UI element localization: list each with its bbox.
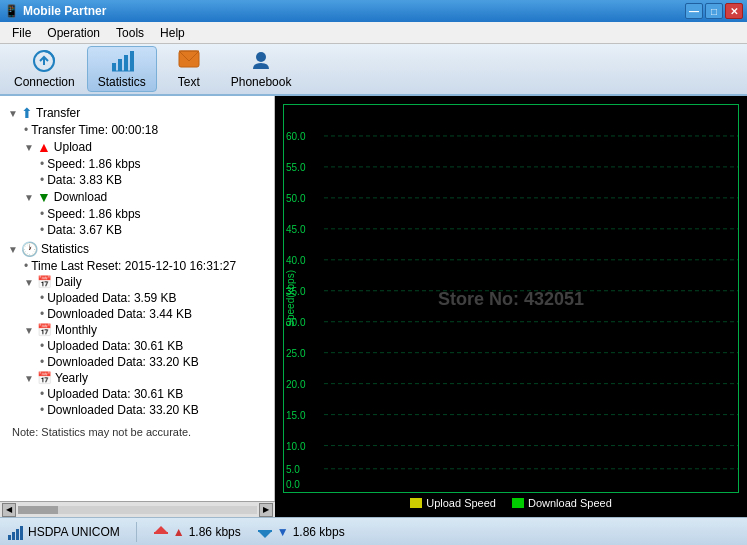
network-section: HSDPA UNICOM — [8, 524, 120, 540]
download-data-item: • Data: 3.67 KB — [8, 222, 266, 238]
phonebook-label: Phonebook — [231, 75, 292, 89]
minimize-button[interactable]: — — [685, 3, 703, 19]
upload-speed-item: • Speed: 1.86 kbps — [8, 156, 266, 172]
svg-point-8 — [256, 52, 266, 62]
toolbar: Connection Statistics Text — [0, 44, 747, 96]
menu-bar: File Operation Tools Help — [0, 22, 747, 44]
daily-download-item: • Downloaded Data: 3.44 KB — [8, 306, 266, 322]
stats-reset-item: • Time Last Reset: 2015-12-10 16:31:27 — [8, 258, 266, 274]
main-content: ▼ ⬆ Transfer • Transfer Time: 00:00:18 ▼… — [0, 96, 747, 517]
scroll-right[interactable]: ▶ — [259, 503, 273, 517]
stats-note: Note: Statistics may not be accurate. — [8, 426, 266, 438]
download-speed-value: 1.86 kbps — [293, 525, 345, 539]
upload-status-icon — [153, 524, 169, 540]
transfer-expand: ▼ — [8, 108, 18, 119]
tab-text[interactable]: Text — [159, 46, 219, 92]
transfer-header: ▼ ⬆ Transfer — [8, 104, 266, 122]
network-label: HSDPA UNICOM — [28, 525, 120, 539]
menu-operation[interactable]: Operation — [39, 24, 108, 42]
yearly-label: Yearly — [55, 371, 88, 385]
stats-label: Statistics — [41, 242, 89, 256]
transfer-time-item: • Transfer Time: 00:00:18 — [8, 122, 266, 138]
statistics-icon — [110, 49, 134, 73]
transfer-label: Transfer — [36, 106, 80, 120]
chart-panel: Speed(kbps) 60.0 55.0 50.0 — [275, 96, 747, 517]
left-panel: ▼ ⬆ Transfer • Transfer Time: 00:00:18 ▼… — [0, 96, 275, 517]
title-bar-left: 📱 Mobile Partner — [4, 4, 106, 18]
upload-legend: Upload Speed — [410, 497, 496, 509]
scroll-track — [18, 506, 257, 514]
yearly-header: ▼ 📅 Yearly — [8, 370, 266, 386]
chart-area: Speed(kbps) 60.0 55.0 50.0 — [283, 104, 739, 493]
upload-speed-value: 1.86 kbps — [189, 525, 241, 539]
daily-icon: 📅 — [37, 275, 52, 289]
download-label: Download — [54, 190, 107, 204]
transfer-time: Transfer Time: 00:00:18 — [31, 123, 158, 137]
upload-legend-color — [410, 498, 422, 508]
svg-rect-39 — [20, 526, 23, 540]
title-bar-controls: — □ ✕ — [685, 3, 743, 19]
svg-rect-38 — [16, 529, 19, 540]
chart-legend: Upload Speed Download Speed — [283, 497, 739, 509]
monthly-header: ▼ 📅 Monthly — [8, 322, 266, 338]
download-speed-item: • Speed: 1.86 kbps — [8, 206, 266, 222]
monthly-expand: ▼ — [24, 325, 34, 336]
monthly-download-item: • Downloaded Data: 33.20 KB — [8, 354, 266, 370]
download-speed: Speed: 1.86 kbps — [47, 207, 140, 221]
upload-speed-status: ▲ — [173, 525, 185, 539]
connection-label: Connection — [14, 75, 75, 89]
svg-rect-40 — [154, 532, 168, 534]
svg-marker-41 — [155, 526, 167, 532]
menu-help[interactable]: Help — [152, 24, 193, 42]
download-header: ▼ ▼ Download — [8, 188, 266, 206]
daily-download: Downloaded Data: 3.44 KB — [47, 307, 192, 321]
monthly-icon: 📅 — [37, 323, 52, 337]
signal-icon — [8, 524, 24, 540]
menu-file[interactable]: File — [4, 24, 39, 42]
stats-icon: 🕐 — [21, 241, 38, 257]
tab-statistics[interactable]: Statistics — [87, 46, 157, 92]
text-label: Text — [178, 75, 200, 89]
phonebook-icon — [249, 49, 273, 73]
daily-header: ▼ 📅 Daily — [8, 274, 266, 290]
scroll-thumb[interactable] — [18, 506, 58, 514]
chart-watermark: Store No: 432051 — [438, 288, 584, 309]
svg-rect-43 — [258, 530, 272, 532]
download-expand: ▼ — [24, 192, 34, 203]
transfer-icon: ⬆ — [21, 105, 33, 121]
daily-expand: ▼ — [24, 277, 34, 288]
upload-icon: ▲ — [37, 139, 51, 155]
stats-reset: Time Last Reset: 2015-12-10 16:31:27 — [31, 259, 236, 273]
tab-connection[interactable]: Connection — [4, 46, 85, 92]
tab-phonebook[interactable]: Phonebook — [221, 46, 302, 92]
download-speed-section: ▼ 1.86 kbps — [257, 524, 345, 540]
download-legend: Download Speed — [512, 497, 612, 509]
upload-legend-label: Upload Speed — [426, 497, 496, 509]
daily-upload: Uploaded Data: 3.59 KB — [47, 291, 176, 305]
svg-rect-3 — [124, 55, 128, 71]
yearly-download: Downloaded Data: 33.20 KB — [47, 403, 198, 417]
monthly-download: Downloaded Data: 33.20 KB — [47, 355, 198, 369]
monthly-label: Monthly — [55, 323, 97, 337]
menu-tools[interactable]: Tools — [108, 24, 152, 42]
close-button[interactable]: ✕ — [725, 3, 743, 19]
scroll-left[interactable]: ◀ — [2, 503, 16, 517]
download-icon: ▼ — [37, 189, 51, 205]
svg-rect-4 — [130, 51, 134, 71]
title-bar: 📱 Mobile Partner — □ ✕ — [0, 0, 747, 22]
upload-speed-section: ▲ 1.86 kbps — [153, 524, 241, 540]
maximize-button[interactable]: □ — [705, 3, 723, 19]
monthly-upload: Uploaded Data: 30.61 KB — [47, 339, 183, 353]
text-icon — [177, 49, 201, 73]
svg-rect-37 — [12, 532, 15, 540]
app-icon: 📱 — [4, 4, 19, 18]
h-scrollbar[interactable]: ◀ ▶ — [0, 501, 275, 517]
upload-data-item: • Data: 3.83 KB — [8, 172, 266, 188]
y-axis-label: Speed(kbps) — [285, 270, 296, 327]
svg-rect-1 — [112, 63, 116, 71]
upload-speed: Speed: 1.86 kbps — [47, 157, 140, 171]
download-status-icon — [257, 524, 273, 540]
yearly-upload: Uploaded Data: 30.61 KB — [47, 387, 183, 401]
monthly-upload-item: • Uploaded Data: 30.61 KB — [8, 338, 266, 354]
yearly-upload-item: • Uploaded Data: 30.61 KB — [8, 386, 266, 402]
